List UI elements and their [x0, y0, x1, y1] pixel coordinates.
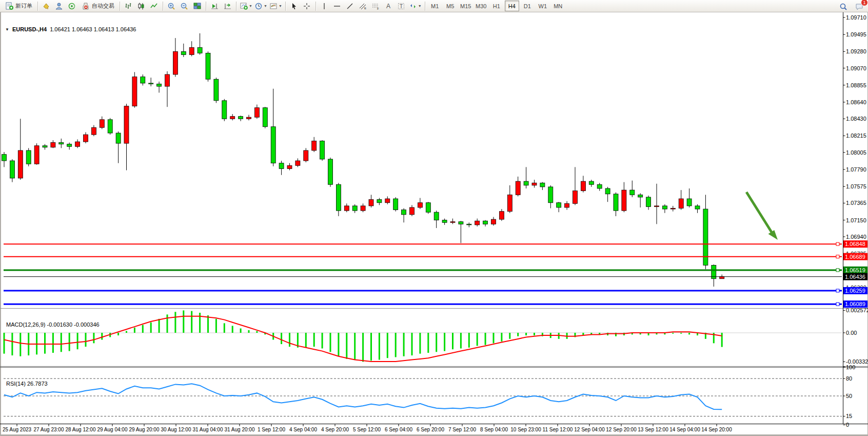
new-chart-button[interactable]: ▼	[239, 0, 253, 12]
notification-badge: 1	[861, 0, 868, 6]
main-toolbar: 新订单 自动交易 ▼ ▼ ▼	[0, 0, 868, 12]
line-chart-button[interactable]	[148, 0, 160, 12]
svg-text:1 Sep 12:00: 1 Sep 12:00	[258, 427, 285, 432]
chart-symbol-timeframe: EURUSD-,H4	[12, 26, 47, 32]
arrows-button[interactable]: ▼	[408, 0, 422, 12]
svg-text:1.08640: 1.08640	[846, 99, 866, 105]
chart-ohlc-values: 1.06421 1.06463 1.06413 1.06436	[50, 26, 136, 32]
svg-text:1.09495: 1.09495	[846, 31, 866, 37]
auto-scroll-button[interactable]	[209, 0, 221, 12]
chart-title: ▼ EURUSD-,H4 1.06421 1.06463 1.06413 1.0…	[5, 26, 136, 32]
svg-text:F: F	[377, 7, 379, 10]
current-price-line[interactable]: 1.06436	[4, 273, 867, 280]
timeframe-h1[interactable]: H1	[489, 1, 504, 11]
text-button[interactable]: A	[383, 0, 394, 12]
templates-button[interactable]: ▼	[269, 0, 283, 12]
price-axis: 1.097101.094951.092801.090701.088551.086…	[843, 14, 866, 291]
rsi-indicator-label: RSI(14) 26.7873	[6, 381, 48, 387]
svg-text:1.07575: 1.07575	[846, 183, 866, 189]
zoom-out-icon	[180, 2, 189, 10]
tile-windows-button[interactable]	[191, 0, 203, 12]
crosshair-button[interactable]	[301, 0, 313, 12]
svg-text:13 Sep 12:00: 13 Sep 12:00	[638, 427, 668, 432]
auto-trading-button[interactable]: 自动交易	[79, 0, 117, 12]
separator	[315, 2, 316, 11]
svg-text:1.08430: 1.08430	[846, 116, 866, 122]
search-button[interactable]	[838, 1, 850, 12]
cursor-button[interactable]	[288, 0, 300, 12]
support-resistance-line[interactable]: 1.06689	[4, 253, 867, 260]
timeframe-m1[interactable]: M1	[428, 1, 442, 11]
separator	[236, 2, 236, 11]
svg-text:1.08215: 1.08215	[846, 132, 866, 139]
svg-text:12 Sep 04:00: 12 Sep 04:00	[574, 427, 605, 432]
svg-text:1.06436: 1.06436	[845, 274, 865, 280]
styler-button[interactable]	[41, 0, 52, 12]
time-axis: 25 Aug 202327 Aug 23:0028 Aug 12:0029 Au…	[3, 424, 732, 433]
alerts-button[interactable]	[66, 0, 78, 12]
svg-text:5 Sep 12:00: 5 Sep 12:00	[353, 427, 381, 432]
chart-mode-group	[122, 1, 161, 12]
channel-icon: E	[359, 2, 367, 10]
vertical-line-button[interactable]	[319, 0, 330, 12]
zoom-group	[165, 1, 204, 12]
text-label-icon: T	[397, 2, 406, 10]
svg-text:100: 100	[846, 364, 855, 370]
styler-icon	[42, 2, 51, 10]
chevron-down-icon[interactable]: ▼	[5, 27, 9, 32]
timeframe-m30[interactable]: M30	[474, 1, 488, 11]
candlestick-chart-button[interactable]	[135, 0, 147, 12]
rsi-panel: 1008050150	[4, 364, 855, 428]
svg-text:4 Sep 20:00: 4 Sep 20:00	[321, 427, 349, 432]
toolbar-right: 1	[837, 1, 866, 12]
periods-button[interactable]: ▼	[254, 0, 268, 12]
auto-trading-icon	[82, 2, 90, 10]
profile-button[interactable]	[53, 0, 65, 12]
separator	[120, 2, 120, 11]
svg-text:1.09710: 1.09710	[846, 14, 866, 21]
svg-text:E: E	[364, 7, 366, 10]
channel-button[interactable]: E	[357, 0, 369, 12]
trendline-button[interactable]	[344, 0, 356, 12]
support-resistance-line[interactable]: 1.06848	[4, 240, 867, 248]
timeframe-m15[interactable]: M15	[459, 1, 473, 11]
support-resistance-line[interactable]: 1.06259	[4, 287, 867, 294]
svg-text:29 Aug 04:00: 29 Aug 04:00	[97, 427, 128, 432]
timeframe-w1[interactable]: W1	[536, 1, 550, 11]
timeframe-d1[interactable]: D1	[520, 1, 535, 11]
horizontal-line-button[interactable]	[331, 0, 343, 12]
zoom-in-icon	[167, 2, 176, 10]
text-label-button[interactable]: T	[396, 0, 407, 12]
chart-canvas[interactable]: 1.097101.094951.092801.090701.088551.086…	[0, 0, 868, 436]
fibonacci-button[interactable]: F	[370, 0, 382, 12]
svg-text:1.09280: 1.09280	[846, 48, 866, 54]
fibonacci-icon: F	[371, 2, 380, 10]
zoom-out-button[interactable]	[179, 0, 190, 12]
macd-indicator-label: MACD(12,26,9) -0.001630 -0.000346	[6, 321, 100, 328]
support-resistance-line[interactable]: 1.06519	[4, 267, 867, 274]
chart-shift-button[interactable]	[222, 0, 233, 12]
chat-button[interactable]: 1	[854, 1, 865, 12]
new-order-button[interactable]: 新订单	[3, 0, 35, 12]
separator	[285, 2, 286, 11]
svg-text:50: 50	[846, 393, 852, 399]
dropdown-caret: ▼	[249, 4, 252, 8]
svg-text:1.07365: 1.07365	[846, 200, 866, 206]
timeframe-mn[interactable]: MN	[551, 1, 565, 11]
svg-text:1.07150: 1.07150	[846, 217, 866, 223]
bar-chart-button[interactable]	[123, 0, 134, 12]
crosshair-icon	[303, 2, 311, 10]
panel-frame	[0, 12, 868, 435]
zoom-in-button[interactable]	[166, 0, 177, 12]
svg-text:0.00: 0.00	[846, 330, 857, 336]
support-resistance-line[interactable]: 1.06089	[4, 300, 867, 308]
svg-text:15: 15	[846, 413, 852, 419]
timeframe-h4[interactable]: H4	[505, 1, 519, 11]
timeframe-m5[interactable]: M5	[443, 1, 458, 11]
svg-text:28 Aug 12:00: 28 Aug 12:00	[66, 427, 96, 432]
down-trend-arrow[interactable]	[746, 192, 778, 240]
templates-icon	[269, 2, 278, 10]
new-order-label: 新订单	[15, 2, 32, 10]
svg-text:8 Sep 04:00: 8 Sep 04:00	[480, 427, 508, 432]
objects-group: ▼ ▼ ▼	[239, 1, 283, 12]
